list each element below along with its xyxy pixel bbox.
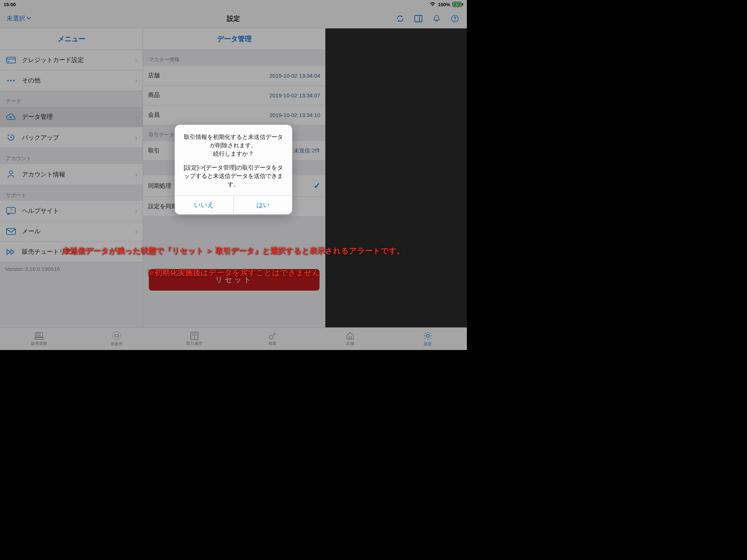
alert-body: 取引情報を初期化すると未送信データが削除されます。 続行しますか？ [設定]->…: [175, 125, 292, 195]
alert-buttons: いいえ はい: [175, 195, 292, 214]
alert-line2: 続行しますか？: [181, 150, 286, 158]
annotation-line1: 未送信データが残った状態で『リセット ＞ 取引データ』と選択すると表示されるアラ…: [0, 246, 467, 256]
alert-line3: [設定]->[データ管理]の取引データをタップすると未送信データを送信できます。: [181, 163, 286, 189]
alert-line1: 取引情報を初期化すると未送信データが削除されます。: [181, 133, 286, 149]
alert-yes-button[interactable]: はい: [233, 195, 293, 214]
annotation-line2: ※初期化実施後はデータを戻すことはできません: [0, 268, 467, 278]
app-root: 15:00 100% 未選択 設定: [0, 0, 467, 350]
alert-dialog: 取引情報を初期化すると未送信データが削除されます。 続行しますか？ [設定]->…: [175, 125, 292, 214]
alert-no-button[interactable]: いいえ: [175, 195, 233, 214]
